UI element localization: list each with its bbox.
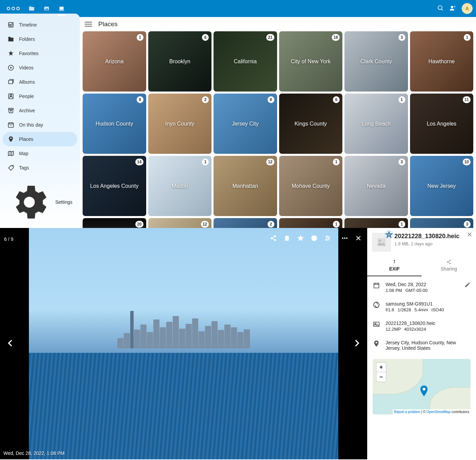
svg-point-10 <box>12 166 13 167</box>
memories-app-icon[interactable] <box>55 2 68 15</box>
place-name: Hudson County <box>94 119 134 128</box>
sidebar-item-albums[interactable]: Albums <box>0 75 80 89</box>
files-app-icon[interactable] <box>25 2 38 15</box>
photo-pane: 6 / 9 Wed, Dec 28, 2022, 1:08 PM <box>0 228 367 459</box>
place-tile[interactable]: 1Long Beach <box>344 94 408 154</box>
sidebar-item-label: Videos <box>19 65 34 70</box>
sidebar-item-map[interactable]: Map <box>0 146 80 161</box>
place-count-badge: 1 <box>333 159 340 165</box>
menu-toggle-icon[interactable] <box>85 22 92 27</box>
place-tile[interactable]: 12 <box>148 218 212 228</box>
delete-icon[interactable] <box>284 235 291 242</box>
sidebar-item-on-this-day[interactable]: On this day <box>0 118 80 132</box>
place-tile[interactable]: 1Hawthorne <box>410 31 474 92</box>
place-count-badge: 9 <box>268 96 274 103</box>
close-viewer-icon[interactable] <box>355 235 362 242</box>
place-tile[interactable]: 9Jersey City <box>214 94 277 154</box>
favorite-icon[interactable] <box>297 235 305 242</box>
place-tile[interactable]: 1 <box>279 218 343 228</box>
map-report-link[interactable]: Report a problem <box>394 410 420 414</box>
share-icon[interactable] <box>270 235 277 242</box>
tab-exif[interactable]: EXIF <box>367 256 422 276</box>
svg-point-6 <box>10 94 12 96</box>
sidebar-item-videos[interactable]: Videos <box>0 61 80 75</box>
place-tile[interactable]: 21California <box>214 31 277 92</box>
place-name: California <box>232 57 258 66</box>
sidebar-item-timeline[interactable]: Timeline <box>0 18 80 32</box>
sidebar-item-label: Tags <box>19 165 29 170</box>
place-tile[interactable]: 14Los Angeles County <box>83 156 146 216</box>
place-count-badge: 1 <box>398 96 405 103</box>
search-icon[interactable] <box>437 5 444 13</box>
sidebar-item-label: Favorites <box>19 51 39 56</box>
sidebar-item-people[interactable]: People <box>0 89 80 103</box>
sidebar-item-archive[interactable]: Archive <box>0 103 80 118</box>
thumbnail <box>372 233 391 252</box>
settings-button[interactable]: Settings <box>0 176 80 228</box>
mini-map[interactable]: + − Report a problem | © OpenStreetMap c… <box>373 359 471 414</box>
place-name: Los Angeles County <box>89 182 140 191</box>
place-count-badge: 21 <box>266 34 274 41</box>
place-name: Mohave County <box>290 182 331 191</box>
info-icon[interactable] <box>311 235 318 242</box>
place-tile[interactable]: 9Hudson County <box>83 94 146 154</box>
place-tile[interactable]: 1 <box>344 218 408 228</box>
zoom-out-button[interactable]: − <box>376 372 386 382</box>
sidebar: TimelineFoldersFavoritesVideosAlbumsPeop… <box>0 14 80 228</box>
place-count-badge: 12 <box>266 159 274 165</box>
exif-camera-row: samsung SM-G991U1 f/1.81/26285.4mmISO40 <box>373 297 471 316</box>
prev-button[interactable] <box>6 339 15 349</box>
place-count-badge: 11 <box>463 96 471 103</box>
zoom-in-button[interactable]: + <box>376 363 386 372</box>
place-tile[interactable]: 3Nevada <box>344 156 408 216</box>
photo-icon <box>373 321 380 328</box>
place-name: Malibu <box>170 182 189 191</box>
place-tile[interactable]: 1Arizona <box>83 31 146 92</box>
place-tile[interactable]: 12Manhattan <box>214 156 277 216</box>
place-tile[interactable]: 3Clark County <box>344 31 408 92</box>
tab-sharing[interactable]: Sharing <box>422 256 476 276</box>
more-icon[interactable] <box>341 235 349 242</box>
map-osm-link[interactable]: OpenStreetMap <box>426 410 451 414</box>
sidebar-item-tags[interactable]: Tags <box>0 161 80 175</box>
svg-point-21 <box>328 237 329 239</box>
place-tile[interactable]: 3 <box>410 218 474 228</box>
place-tile[interactable]: 6Brooklyn <box>148 31 212 92</box>
place-tile[interactable]: 2Inyo County <box>148 94 212 154</box>
svg-point-13 <box>274 239 276 241</box>
place-tile[interactable]: 1Mohave County <box>279 156 343 216</box>
place-tile[interactable]: 10New Jersey <box>410 156 474 216</box>
svg-point-3 <box>451 6 453 8</box>
main-area: TimelineFoldersFavoritesVideosAlbumsPeop… <box>0 17 476 228</box>
sidebar-item-favorites[interactable]: Favorites <box>0 46 80 61</box>
svg-point-9 <box>11 125 12 126</box>
details-panel: 20221228_130820.heic 1.9 MB, 2 days ago … <box>367 228 476 459</box>
photos-app-icon[interactable] <box>40 2 53 15</box>
favorite-badge-icon[interactable] <box>385 231 393 239</box>
sidebar-icon <box>7 21 14 28</box>
location-icon <box>373 340 380 347</box>
avatar[interactable]: A <box>462 3 473 14</box>
place-tile[interactable]: 11Los Angeles <box>410 94 474 154</box>
close-details-icon[interactable] <box>466 231 473 239</box>
place-tile[interactable]: 6Kings County <box>279 94 343 154</box>
place-count-badge: 6 <box>202 34 209 41</box>
place-count-badge: 6 <box>333 96 340 103</box>
nextcloud-logo[interactable] <box>3 7 23 10</box>
calendar-icon <box>373 282 380 289</box>
sidebar-icon <box>7 164 14 171</box>
place-tile[interactable]: 1Malibu <box>148 156 212 216</box>
next-button[interactable] <box>352 339 361 349</box>
sidebar-item-folders[interactable]: Folders <box>0 32 80 46</box>
place-tile[interactable]: 20 <box>83 218 146 228</box>
sidebar-icon <box>7 36 14 43</box>
adjust-icon[interactable] <box>324 235 332 242</box>
contacts-icon[interactable] <box>449 5 456 13</box>
sidebar-item-places[interactable]: Places <box>3 132 77 146</box>
place-tile[interactable]: 2 <box>214 218 277 228</box>
svg-point-16 <box>314 236 314 237</box>
place-tile[interactable]: 18City of New York <box>279 31 343 92</box>
edit-date-icon[interactable] <box>464 282 471 289</box>
sidebar-item-label: Albums <box>19 79 35 85</box>
sidebar-item-label: On this day <box>19 122 43 128</box>
